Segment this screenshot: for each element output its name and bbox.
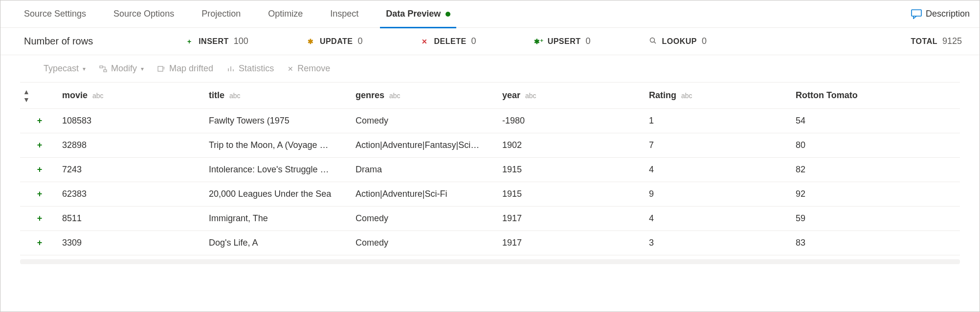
cell-year: 1915 xyxy=(499,189,646,199)
grid-toolbar: Typecast▾ Modify▾ Map drifted Statistics… xyxy=(20,55,960,83)
stat-total: TOTAL 9125 xyxy=(911,36,962,46)
stat-update: ✱ UPDATE 0 xyxy=(306,36,363,46)
cell-rating: 3 xyxy=(646,238,793,248)
svg-rect-3 xyxy=(100,66,103,68)
cell-rating: 4 xyxy=(646,165,793,175)
insert-marker-icon: + xyxy=(20,116,59,126)
cell-year: 1917 xyxy=(499,238,646,248)
cell-year: -1980 xyxy=(499,116,646,126)
cell-rt: 82 xyxy=(793,165,920,175)
close-icon: ✕ xyxy=(288,65,293,73)
cell-rating: 9 xyxy=(646,189,793,199)
column-header-rt[interactable]: Rotton Tomato xyxy=(793,90,920,101)
insert-marker-icon: + xyxy=(20,238,59,248)
svg-line-2 xyxy=(654,42,656,44)
svg-point-1 xyxy=(650,38,654,42)
sort-icon[interactable]: ▲▼ xyxy=(20,88,59,104)
column-header-movie[interactable]: movie abc xyxy=(59,90,206,101)
modify-icon xyxy=(99,65,107,73)
insert-marker-icon: + xyxy=(20,213,59,224)
cell-genres: Comedy xyxy=(353,238,499,248)
cell-genres: Action|Adventure|Fantasy|Sci… xyxy=(353,140,499,150)
tab-inspect[interactable]: Inspect xyxy=(316,0,372,28)
x-icon: ✕ xyxy=(420,38,429,45)
cell-rating: 4 xyxy=(646,213,793,224)
tab-projection[interactable]: Projection xyxy=(188,0,254,28)
table-row[interactable]: +8511Immigrant, TheComedy1917459 xyxy=(20,207,960,231)
search-icon xyxy=(648,37,657,45)
tab-data-preview[interactable]: Data Preview xyxy=(372,0,464,28)
upsert-icon: ✱⁺ xyxy=(534,38,543,45)
cell-year: 1917 xyxy=(499,213,646,224)
cell-movie: 32898 xyxy=(59,140,206,150)
insert-marker-icon: + xyxy=(20,140,59,150)
cell-rt: 92 xyxy=(793,189,920,199)
cell-year: 1902 xyxy=(499,140,646,150)
table-row[interactable]: +3309Dog's Life, AComedy1917383 xyxy=(20,231,960,255)
grid-header-row: ▲▼ movie abc title abc genres abc year a… xyxy=(20,83,960,109)
table-row[interactable]: +7243Intolerance: Love's Struggle …Drama… xyxy=(20,158,960,182)
column-header-rating[interactable]: Rating abc xyxy=(646,90,793,101)
chevron-down-icon: ▾ xyxy=(141,65,144,72)
column-header-year[interactable]: year abc xyxy=(499,90,646,101)
cell-title: Dog's Life, A xyxy=(206,238,353,248)
cell-title: 20,000 Leagues Under the Sea xyxy=(206,189,353,199)
cell-movie: 8511 xyxy=(59,213,206,224)
cell-title: Trip to the Moon, A (Voyage … xyxy=(206,140,353,150)
table-row[interactable]: +6238320,000 Leagues Under the SeaAction… xyxy=(20,182,960,207)
cell-genres: Drama xyxy=(353,165,499,175)
row-count-stats: Number of rows + INSERT 100 ✱ UPDATE 0 ✕… xyxy=(0,28,980,55)
insert-marker-icon: + xyxy=(20,165,59,175)
tab-source-options[interactable]: Source Options xyxy=(100,0,188,28)
data-grid: ▲▼ movie abc title abc genres abc year a… xyxy=(20,83,960,255)
cell-title: Immigrant, The xyxy=(206,213,353,224)
cell-movie: 7243 xyxy=(59,165,206,175)
modify-button[interactable]: Modify▾ xyxy=(99,63,144,74)
typecast-button[interactable]: Typecast▾ xyxy=(44,63,86,74)
cell-genres: Comedy xyxy=(353,116,499,126)
table-row[interactable]: +32898Trip to the Moon, A (Voyage …Actio… xyxy=(20,133,960,158)
map-drifted-icon xyxy=(157,65,165,73)
cell-genres: Action|Adventure|Sci-Fi xyxy=(353,189,499,199)
status-dot-icon xyxy=(445,12,450,17)
stat-lookup: LOOKUP 0 xyxy=(648,36,707,46)
cell-rating: 7 xyxy=(646,140,793,150)
comment-icon xyxy=(911,9,922,19)
stats-label: Number of rows xyxy=(24,36,93,47)
cell-genres: Comedy xyxy=(353,213,499,224)
statistics-icon xyxy=(227,65,235,73)
plus-icon: + xyxy=(185,38,194,45)
svg-rect-0 xyxy=(912,10,921,16)
horizontal-scrollbar[interactable] xyxy=(20,259,960,264)
tab-source-settings[interactable]: Source Settings xyxy=(10,0,100,28)
svg-rect-5 xyxy=(158,66,163,71)
insert-marker-icon: + xyxy=(20,189,59,199)
svg-rect-4 xyxy=(104,70,107,72)
cell-movie: 62383 xyxy=(59,189,206,199)
tab-optimize[interactable]: Optimize xyxy=(254,0,316,28)
remove-button[interactable]: ✕ Remove xyxy=(288,63,330,74)
cell-title: Intolerance: Love's Struggle … xyxy=(206,165,353,175)
statistics-button[interactable]: Statistics xyxy=(227,63,274,74)
stat-upsert: ✱⁺ UPSERT 0 xyxy=(534,36,591,46)
cell-movie: 108583 xyxy=(59,116,206,126)
chevron-down-icon: ▾ xyxy=(83,65,86,72)
column-header-genres[interactable]: genres abc xyxy=(353,90,499,101)
table-row[interactable]: +108583Fawlty Towers (1975Comedy-1980154 xyxy=(20,109,960,133)
tab-bar: Source Settings Source Options Projectio… xyxy=(0,0,980,28)
description-button[interactable]: Description xyxy=(911,9,970,19)
cell-rt: 59 xyxy=(793,213,920,224)
cell-movie: 3309 xyxy=(59,238,206,248)
column-header-title[interactable]: title abc xyxy=(206,90,353,101)
cell-title: Fawlty Towers (1975 xyxy=(206,116,353,126)
cell-rt: 54 xyxy=(793,116,920,126)
asterisk-icon: ✱ xyxy=(306,38,315,45)
cell-rating: 1 xyxy=(646,116,793,126)
cell-rt: 80 xyxy=(793,140,920,150)
map-drifted-button[interactable]: Map drifted xyxy=(157,63,213,74)
stat-insert: + INSERT 100 xyxy=(185,36,248,46)
cell-year: 1915 xyxy=(499,165,646,175)
stat-delete: ✕ DELETE 0 xyxy=(420,36,476,46)
cell-rt: 83 xyxy=(793,238,920,248)
